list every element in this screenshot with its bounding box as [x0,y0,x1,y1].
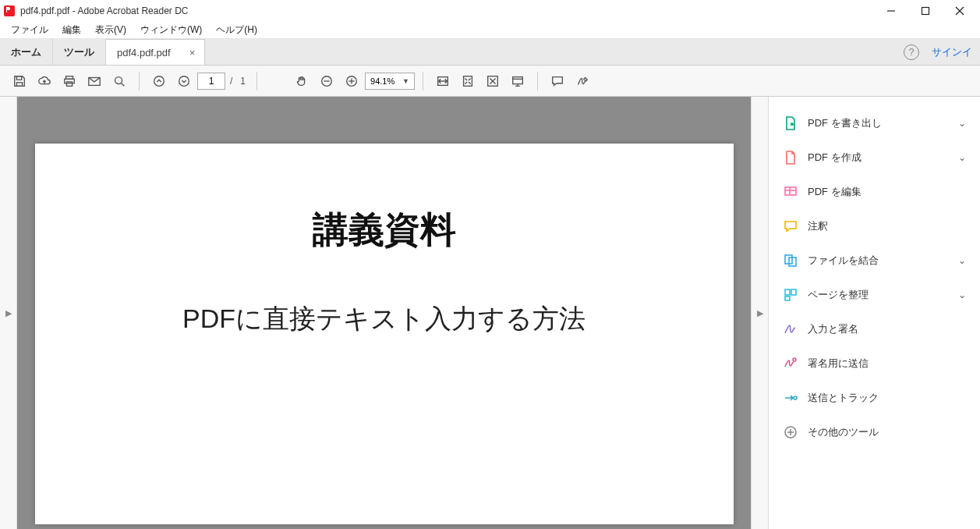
fullscreen-icon[interactable] [481,69,504,93]
svg-rect-2 [922,8,929,15]
print-icon[interactable] [58,69,81,93]
tool-label: 送信とトラック [808,391,966,405]
toolbar: / 1 94.1% ▼ [0,66,980,97]
tool-comment[interactable]: 注釈 [769,209,980,243]
svg-rect-0 [4,5,15,16]
fit-width-icon[interactable] [431,69,455,93]
fill-sign-icon [783,321,798,337]
menu-edit[interactable]: 編集 [56,22,87,38]
menu-file[interactable]: ファイル [5,22,55,38]
tab-home[interactable]: ホーム [0,39,53,65]
tool-send-sign[interactable]: 署名用に送信 [769,346,980,381]
chevron-down-icon: ⌄ [958,255,966,266]
page-total: 1 [240,76,246,87]
svg-rect-8 [65,79,75,83]
svg-rect-9 [66,81,72,85]
create-pdf-icon [783,150,798,165]
combine-icon [783,253,798,268]
tool-label: PDF を作成 [808,151,949,165]
pdf-subtitle: PDFに直接テキスト入力する方法 [66,301,702,337]
email-icon[interactable] [83,69,106,93]
export-pdf-icon [783,115,798,131]
pdf-page: 講義資料 PDFに直接テキスト入力する方法 [35,144,734,524]
help-icon[interactable]: ? [904,44,919,60]
cloud-icon[interactable] [33,69,56,93]
chevron-right-icon: ▶ [757,308,763,318]
left-panel-toggle[interactable]: ▶ [0,97,17,529]
zoom-in-icon[interactable] [340,69,363,93]
svg-rect-6 [16,82,22,86]
svg-rect-21 [464,76,472,86]
svg-point-14 [179,76,189,86]
chevron-down-icon: ⌄ [958,289,966,300]
zoom-select[interactable]: 94.1% ▼ [365,73,415,90]
svg-rect-32 [785,289,790,295]
hand-tool-icon[interactable] [290,69,313,93]
fit-page-icon[interactable] [456,69,479,93]
tool-label: 注釈 [808,219,966,233]
svg-line-12 [122,83,125,86]
svg-rect-23 [513,76,523,83]
tab-document-label: pdf4.pdf.pdf [117,47,171,59]
send-track-icon [783,390,798,406]
svg-point-35 [793,358,796,361]
menu-view[interactable]: 表示(V) [89,22,133,38]
page-down-icon[interactable] [172,69,196,93]
search-icon[interactable] [108,69,131,93]
tool-export-pdf[interactable]: PDF を書き出し ⌄ [769,106,980,140]
tool-label: PDF を編集 [808,185,966,199]
tool-send-track[interactable]: 送信とトラック [769,381,980,415]
document-area[interactable]: 講義資料 PDFに直接テキスト入力する方法 [17,97,751,529]
titlebar: pdf4.pdf.pdf - Adobe Acrobat Reader DC [0,0,980,22]
tab-close-icon[interactable]: × [185,47,200,59]
tabbar: ホーム ツール pdf4.pdf.pdf × ? サインイ [0,39,980,66]
chevron-right-icon: ▶ [5,308,12,318]
comment-icon[interactable] [546,69,569,93]
page-number-input[interactable] [197,73,225,90]
maximize-button[interactable] [908,0,943,22]
tool-fill-sign[interactable]: 入力と署名 [769,312,980,346]
svg-point-36 [794,396,797,399]
app-icon [3,5,16,17]
close-button[interactable] [943,0,977,22]
tab-document[interactable]: pdf4.pdf.pdf × [106,39,205,65]
tool-create-pdf[interactable]: PDF を作成 ⌄ [769,140,980,175]
chevron-down-icon: ⌄ [958,118,966,129]
zoom-out-icon[interactable] [315,69,338,93]
edit-pdf-icon [783,184,798,200]
more-tools-icon [783,424,798,440]
tool-combine[interactable]: ファイルを結合 ⌄ [769,243,980,278]
minimize-button[interactable] [874,0,908,22]
organize-icon [783,287,798,303]
menu-help[interactable]: ヘルプ(H) [210,22,264,38]
right-panel-toggle[interactable]: ▶ [751,97,768,529]
menu-window[interactable]: ウィンドウ(W) [134,22,208,38]
tool-label: その他のツール [808,425,966,439]
comment-tool-icon [783,218,798,234]
chevron-down-icon: ⌄ [958,152,966,163]
tab-tools[interactable]: ツール [53,39,106,65]
window-title: pdf4.pdf.pdf - Adobe Acrobat Reader DC [20,5,874,16]
select-tool-icon[interactable] [265,69,288,93]
sign-icon[interactable] [571,69,594,93]
tool-label: PDF を書き出し [808,116,949,130]
save-icon[interactable] [8,69,31,93]
svg-point-11 [115,76,122,83]
pdf-title: 講義資料 [66,206,702,254]
tool-label: ファイルを結合 [808,254,949,268]
svg-rect-27 [785,187,796,195]
tool-more[interactable]: その他のツール [769,415,980,449]
tools-panel: PDF を書き出し ⌄ PDF を作成 ⌄ PDF を編集 注釈 ファイルを結合… [768,97,980,529]
signin-link[interactable]: サインイ [927,45,972,59]
chevron-down-icon: ▼ [402,77,409,85]
svg-point-13 [154,76,165,86]
tool-organize[interactable]: ページを整理 ⌄ [769,278,980,312]
page-up-icon[interactable] [147,69,171,93]
zoom-value: 94.1% [370,76,394,86]
read-mode-icon[interactable] [506,69,529,93]
tool-edit-pdf[interactable]: PDF を編集 [769,175,980,209]
tool-label: 入力と署名 [808,322,966,336]
tool-label: 署名用に送信 [808,357,966,371]
svg-rect-5 [16,76,21,80]
window-controls [874,0,977,22]
